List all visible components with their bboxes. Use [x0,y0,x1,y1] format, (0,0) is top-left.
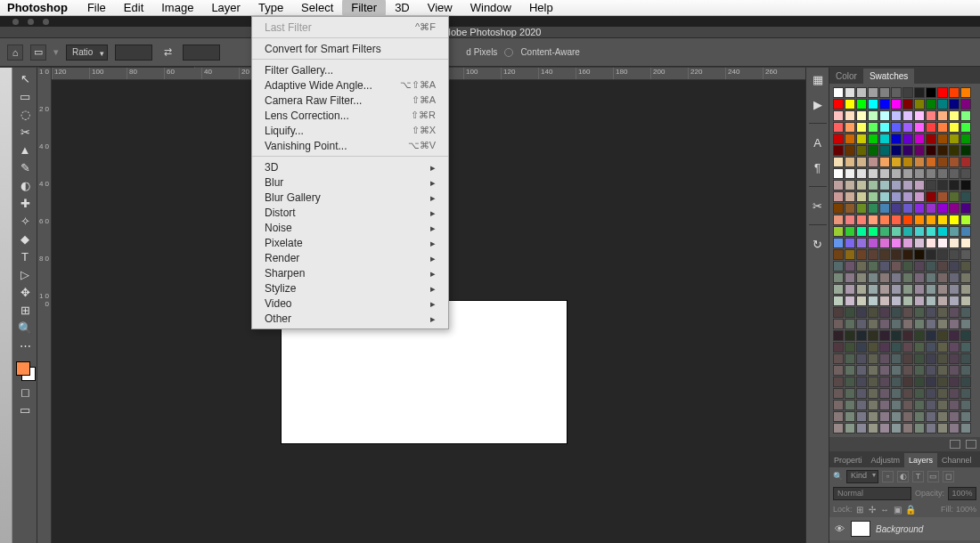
adjustments-tab[interactable]: Adjustm [867,453,905,467]
swatch[interactable] [845,365,855,376]
swatch[interactable] [845,168,855,179]
swatch[interactable] [937,203,948,214]
swatch[interactable] [902,203,913,214]
menu-type[interactable]: Type [249,0,292,16]
swatch[interactable] [833,226,844,237]
swatch[interactable] [833,365,844,376]
gradient-tool[interactable]: ◆ [12,230,37,247]
swatch[interactable] [845,99,855,109]
stamp-tool[interactable]: ✧ [12,212,37,230]
swatch[interactable] [833,400,844,410]
lock-fill-icon[interactable]: ▣ [893,505,902,515]
swatch[interactable] [868,330,878,341]
swatch[interactable] [856,388,867,399]
swatch[interactable] [856,342,867,353]
swatch[interactable] [926,122,936,133]
swatch[interactable] [868,134,878,144]
swatch[interactable] [856,307,867,318]
swatch[interactable] [914,388,925,399]
swatch[interactable] [949,134,960,144]
swatch[interactable] [856,272,867,283]
swatch[interactable] [937,423,948,434]
swatch[interactable] [960,180,971,190]
swatch[interactable] [926,203,936,214]
swatch[interactable] [914,180,925,190]
swatch[interactable] [891,388,902,399]
new-swatch-icon[interactable] [950,440,960,449]
swatch[interactable] [949,99,960,109]
swatch[interactable] [937,180,948,190]
marquee-tool[interactable]: ▭ [12,87,37,105]
menu-other-sub[interactable]: Other [252,311,448,326]
swatch[interactable] [879,272,890,283]
swatch[interactable] [902,272,913,283]
swatch[interactable] [926,226,936,237]
swatch[interactable] [926,377,936,387]
swatch[interactable] [914,307,925,318]
swatch[interactable] [960,411,971,422]
para-icon[interactable]: ¶ [810,161,826,174]
color-tab[interactable]: Color [829,69,863,84]
swatch[interactable] [833,238,844,248]
swatch[interactable] [914,203,925,214]
swatch[interactable] [949,226,960,237]
swatch[interactable] [960,272,971,283]
visibility-eye-icon[interactable]: 👁 [833,523,845,534]
swatch[interactable] [845,411,855,422]
swatch[interactable] [845,157,855,167]
menu-adaptive-wide[interactable]: Adaptive Wide Angle...⌥⇧⌘A [252,77,448,93]
swatch[interactable] [914,365,925,376]
swatch[interactable] [902,342,913,353]
swatch[interactable] [833,423,844,434]
menu-filter[interactable]: Filter [342,0,386,16]
swatch[interactable] [937,342,948,353]
swatch[interactable] [833,411,844,422]
swatch[interactable] [960,203,971,214]
swatch[interactable] [868,157,878,167]
swatch[interactable] [937,110,948,121]
swatch[interactable] [845,284,855,295]
swatch[interactable] [891,377,902,387]
swatch[interactable] [949,377,960,387]
swatch[interactable] [845,145,855,156]
swatch[interactable] [949,87,960,98]
swatch[interactable] [960,400,971,410]
swatch[interactable] [833,99,844,109]
swatch[interactable] [845,342,855,353]
swatch[interactable] [902,122,913,133]
swatch[interactable] [833,180,844,190]
swatch[interactable] [949,249,960,260]
swatch[interactable] [868,319,878,329]
swatch[interactable] [926,272,936,283]
swatch[interactable] [926,261,936,272]
swatch[interactable] [902,145,913,156]
swatch[interactable] [856,353,867,364]
swatch[interactable] [937,168,948,179]
swatch[interactable] [868,110,878,121]
swatch[interactable] [868,238,878,248]
swatch[interactable] [914,284,925,295]
swatch[interactable] [902,134,913,144]
swatch[interactable] [879,365,890,376]
crop-tool[interactable]: ✂ [12,123,37,141]
swatch[interactable] [845,122,855,133]
swatch[interactable] [856,411,867,422]
swatch[interactable] [845,353,855,364]
swatch[interactable] [891,122,902,133]
swatch[interactable] [960,423,971,434]
swatch[interactable] [949,353,960,364]
swap-icon[interactable]: ⇄ [159,45,176,61]
filter-pixel-icon[interactable]: ▫ [882,471,894,482]
swatch[interactable] [879,388,890,399]
crop-tool-icon[interactable]: ▭ [30,45,46,61]
swatch[interactable] [891,296,902,306]
swatch[interactable] [914,296,925,306]
swatch[interactable] [891,168,902,179]
swatch[interactable] [960,215,971,225]
swatch[interactable] [868,296,878,306]
swatch[interactable] [902,284,913,295]
swatch[interactable] [914,145,925,156]
swatch[interactable] [949,284,960,295]
paths-tab[interactable]: Paths [976,453,980,467]
swatch[interactable] [926,284,936,295]
